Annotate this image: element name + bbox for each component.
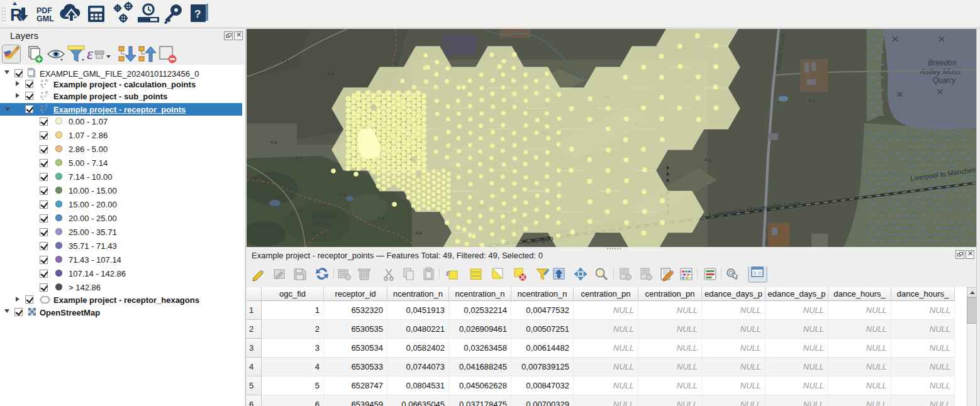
svg-text:Quarry: Quarry: [933, 76, 957, 85]
svg-text:PDF: PDF: [36, 6, 52, 15]
svg-text:ε: ε: [446, 268, 450, 278]
svg-text:Wood: Wood: [315, 220, 333, 228]
svg-text:GML: GML: [36, 14, 54, 23]
svg-text:ε: ε: [87, 45, 93, 62]
svg-text:Astley Moss: Astley Moss: [920, 67, 961, 76]
svg-text:?: ?: [194, 8, 201, 20]
svg-text:Breedon: Breedon: [928, 58, 957, 67]
svg-text:ndy Bank: ndy Bank: [309, 212, 338, 219]
